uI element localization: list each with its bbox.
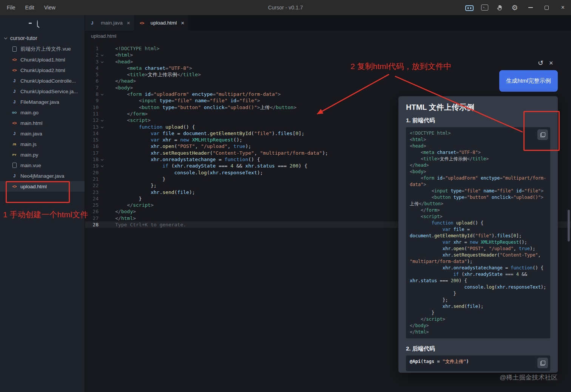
terminal-icon[interactable]: >_ bbox=[477, 0, 492, 15]
minimize-button[interactable] bbox=[522, 0, 539, 15]
code-token: > bbox=[541, 195, 543, 200]
menu-view[interactable]: View bbox=[44, 5, 56, 11]
line-number: 17 bbox=[90, 150, 99, 156]
file-item[interactable]: <>ChunkUpload1.html bbox=[0, 54, 85, 65]
java-icon: J bbox=[11, 131, 17, 137]
code-token: , bbox=[254, 150, 260, 156]
file-item[interactable]: main.vue bbox=[0, 160, 85, 171]
java-icon: J bbox=[89, 20, 95, 26]
code-token: input bbox=[434, 188, 448, 194]
maximize-button[interactable] bbox=[539, 0, 555, 15]
code-token bbox=[410, 284, 465, 290]
hand-icon[interactable] bbox=[492, 0, 507, 15]
code-token: open bbox=[454, 246, 465, 251]
assistant-robot-icon[interactable] bbox=[462, 0, 477, 15]
code-token: "file" bbox=[210, 98, 228, 103]
code-token: = bbox=[461, 188, 464, 194]
copy-icon[interactable] bbox=[537, 358, 548, 368]
code-token: XMLHttpRequest bbox=[192, 137, 234, 143]
code-token: ). bbox=[492, 233, 497, 238]
code-token: 200 bbox=[451, 278, 459, 283]
code-token: head bbox=[412, 143, 423, 149]
menu-edit[interactable]: Edit bbox=[25, 5, 34, 11]
code-token: ( bbox=[465, 304, 467, 309]
code-token: = bbox=[236, 98, 239, 103]
code-token: . bbox=[219, 170, 222, 175]
file-item[interactable]: JChunkUploadControlle... bbox=[0, 75, 85, 86]
code-token: xhr bbox=[151, 157, 159, 162]
code-token bbox=[514, 188, 516, 194]
code-token: ). bbox=[272, 131, 278, 136]
scrollbar[interactable] bbox=[568, 210, 570, 241]
file-name: main.py bbox=[20, 152, 38, 158]
file-item[interactable]: JFileManager.java bbox=[0, 97, 85, 107]
code-token: button bbox=[276, 105, 293, 110]
tab-upload-html[interactable]: <> upload.html × bbox=[135, 15, 189, 31]
line-number: 7 bbox=[90, 85, 99, 91]
file-item[interactable]: Jmain.java bbox=[0, 128, 85, 139]
breadcrumb[interactable]: upload.html bbox=[85, 31, 571, 42]
code-token bbox=[410, 272, 454, 277]
code-token: title bbox=[472, 156, 486, 161]
py-icon: PY bbox=[11, 152, 17, 158]
close-window-button[interactable]: × bbox=[555, 0, 571, 15]
fold-region[interactable] bbox=[99, 52, 105, 58]
code-token: </ bbox=[115, 209, 121, 214]
code-token: "upload()" bbox=[227, 105, 257, 110]
search-icon[interactable] bbox=[37, 20, 38, 27]
file-item[interactable]: <>ChunkUpload2.html bbox=[0, 65, 85, 75]
code-token: . bbox=[183, 163, 186, 169]
file-item[interactable]: JChunkUploadService.ja... bbox=[0, 86, 85, 97]
code-token: } bbox=[115, 176, 165, 182]
code-token: 文件上传示例 bbox=[148, 72, 177, 77]
tab-main-java[interactable]: J main.java × bbox=[85, 15, 135, 31]
code-token: "/upload" bbox=[201, 143, 227, 149]
code-token: , bbox=[483, 246, 489, 251]
code-token bbox=[115, 170, 174, 175]
code-token: ( bbox=[251, 131, 254, 136]
close-tab-icon[interactable]: × bbox=[127, 20, 130, 26]
code-token: getElementById bbox=[210, 131, 251, 136]
code-text: }; bbox=[105, 182, 157, 189]
tab-label: main.java bbox=[101, 20, 123, 26]
fold-region[interactable] bbox=[99, 163, 105, 169]
fold-region[interactable] bbox=[99, 156, 105, 163]
code-text: console.log(xhr.responseText); bbox=[105, 169, 263, 176]
file-item[interactable]: <>main.html bbox=[0, 118, 85, 128]
code-token: if bbox=[162, 163, 168, 169]
titlebar-actions: >_ ⚙ × bbox=[462, 0, 571, 15]
explorer-root-folder[interactable]: cursor-tutor bbox=[0, 32, 85, 44]
copy-icon[interactable] bbox=[537, 129, 548, 140]
file-item[interactable]: JNeo4jManager.java bbox=[0, 171, 85, 181]
file-item[interactable]: 前端分片上传文件.vue bbox=[0, 44, 85, 54]
fold-region[interactable] bbox=[99, 91, 105, 97]
file-item[interactable]: PYmain.py bbox=[0, 149, 85, 160]
code-token: form bbox=[423, 175, 434, 181]
fold-spacer bbox=[99, 111, 105, 117]
fold-region[interactable] bbox=[99, 124, 105, 130]
settings-gear-icon[interactable]: ⚙ bbox=[507, 0, 522, 15]
code-token: xhr bbox=[454, 240, 462, 245]
generate-html-button[interactable]: 生成html完整示例 bbox=[499, 70, 558, 92]
code-token: script bbox=[426, 317, 442, 322]
menu-file[interactable]: File bbox=[7, 5, 15, 11]
code-token bbox=[115, 163, 162, 169]
file-item[interactable]: GOmain.go bbox=[0, 107, 85, 118]
code-token: > bbox=[423, 143, 426, 149]
code-token: xhr bbox=[443, 252, 451, 258]
fold-region[interactable] bbox=[99, 117, 105, 123]
history-icon[interactable]: ↺ bbox=[538, 59, 543, 67]
code-token: = bbox=[171, 137, 180, 143]
code-token bbox=[478, 240, 481, 245]
fold-region[interactable] bbox=[99, 58, 105, 65]
close-panel-icon[interactable]: × bbox=[549, 59, 553, 67]
code-token: > bbox=[257, 105, 260, 110]
code-token: </ bbox=[115, 78, 121, 84]
file-name: FileManager.java bbox=[20, 99, 59, 105]
code-text: <meta charset="UTF-8"> bbox=[105, 65, 192, 71]
file-item[interactable]: <>upload.html bbox=[0, 181, 85, 192]
code-token: form bbox=[426, 208, 437, 213]
code-token: files bbox=[497, 233, 511, 238]
close-tab-icon[interactable]: × bbox=[181, 20, 184, 26]
file-item[interactable]: JSmain.js bbox=[0, 139, 85, 149]
